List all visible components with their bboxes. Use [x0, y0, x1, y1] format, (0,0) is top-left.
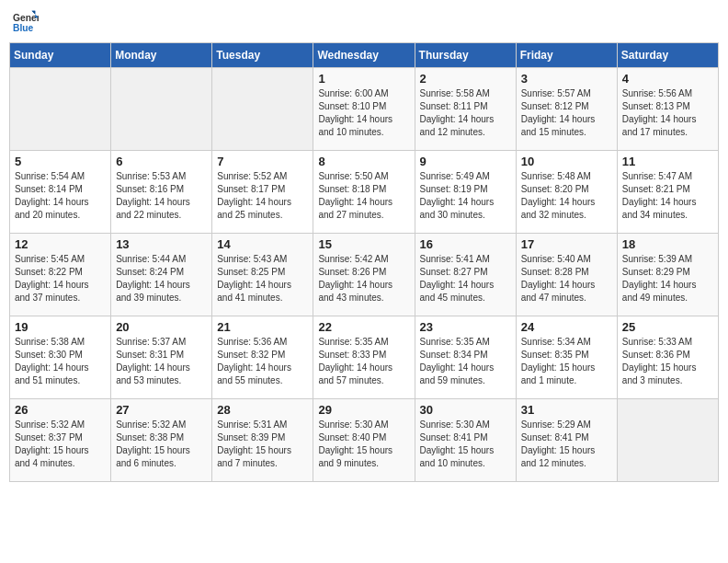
day-info: Sunrise: 6:00 AM Sunset: 8:10 PM Dayligh… [318, 87, 409, 139]
day-info: Sunrise: 5:47 AM Sunset: 8:21 PM Dayligh… [622, 170, 713, 222]
calendar-cell [10, 68, 111, 151]
calendar-cell: 4Sunrise: 5:56 AM Sunset: 8:13 PM Daylig… [617, 68, 718, 151]
day-info: Sunrise: 5:54 AM Sunset: 8:14 PM Dayligh… [15, 170, 106, 222]
day-info: Sunrise: 5:53 AM Sunset: 8:16 PM Dayligh… [116, 170, 207, 222]
weekday-header: Wednesday [313, 43, 415, 68]
day-info: Sunrise: 5:30 AM Sunset: 8:41 PM Dayligh… [420, 419, 511, 470]
calendar-cell: 15Sunrise: 5:42 AM Sunset: 8:26 PM Dayli… [313, 234, 415, 316]
weekday-header: Monday [111, 43, 212, 68]
calendar-cell: 10Sunrise: 5:48 AM Sunset: 8:20 PM Dayli… [516, 151, 617, 234]
day-info: Sunrise: 5:57 AM Sunset: 8:12 PM Dayligh… [521, 87, 612, 139]
day-number: 20 [116, 320, 207, 334]
calendar-cell: 2Sunrise: 5:58 AM Sunset: 8:11 PM Daylig… [415, 68, 516, 151]
calendar-cell: 31Sunrise: 5:29 AM Sunset: 8:41 PM Dayli… [516, 399, 617, 482]
day-info: Sunrise: 5:33 AM Sunset: 8:36 PM Dayligh… [622, 336, 713, 387]
day-info: Sunrise: 5:58 AM Sunset: 8:11 PM Dayligh… [420, 87, 511, 139]
calendar-cell: 3Sunrise: 5:57 AM Sunset: 8:12 PM Daylig… [516, 68, 617, 151]
calendar-week-row: 26Sunrise: 5:32 AM Sunset: 8:37 PM Dayli… [10, 399, 719, 482]
day-info: Sunrise: 5:39 AM Sunset: 8:29 PM Dayligh… [622, 253, 713, 304]
calendar-cell: 8Sunrise: 5:50 AM Sunset: 8:18 PM Daylig… [313, 151, 415, 234]
day-info: Sunrise: 5:35 AM Sunset: 8:33 PM Dayligh… [318, 336, 409, 387]
calendar-week-row: 19Sunrise: 5:38 AM Sunset: 8:30 PM Dayli… [10, 316, 719, 399]
day-number: 13 [116, 237, 207, 251]
day-number: 29 [318, 403, 409, 417]
day-info: Sunrise: 5:29 AM Sunset: 8:41 PM Dayligh… [521, 419, 612, 470]
day-info: Sunrise: 5:30 AM Sunset: 8:40 PM Dayligh… [318, 419, 409, 470]
logo-icon: General Blue [13, 9, 39, 35]
calendar-cell: 25Sunrise: 5:33 AM Sunset: 8:36 PM Dayli… [617, 316, 718, 399]
calendar-week-row: 1Sunrise: 6:00 AM Sunset: 8:10 PM Daylig… [10, 68, 719, 151]
day-info: Sunrise: 5:50 AM Sunset: 8:18 PM Dayligh… [318, 170, 409, 222]
day-info: Sunrise: 5:36 AM Sunset: 8:32 PM Dayligh… [217, 336, 308, 387]
calendar-week-row: 5Sunrise: 5:54 AM Sunset: 8:14 PM Daylig… [10, 151, 719, 234]
calendar-cell: 20Sunrise: 5:37 AM Sunset: 8:31 PM Dayli… [111, 316, 212, 399]
day-info: Sunrise: 5:45 AM Sunset: 8:22 PM Dayligh… [15, 253, 106, 304]
calendar-cell: 9Sunrise: 5:49 AM Sunset: 8:19 PM Daylig… [415, 151, 516, 234]
day-number: 2 [420, 72, 511, 86]
day-number: 14 [217, 237, 308, 251]
day-number: 30 [420, 403, 511, 417]
day-number: 22 [318, 320, 409, 334]
weekday-header-row: SundayMondayTuesdayWednesdayThursdayFrid… [10, 43, 719, 68]
day-number: 18 [622, 237, 713, 251]
day-number: 7 [217, 155, 308, 168]
day-info: Sunrise: 5:34 AM Sunset: 8:35 PM Dayligh… [521, 336, 612, 387]
day-number: 26 [15, 403, 106, 417]
day-info: Sunrise: 5:52 AM Sunset: 8:17 PM Dayligh… [217, 170, 308, 222]
logo: General Blue [13, 9, 39, 35]
day-info: Sunrise: 5:56 AM Sunset: 8:13 PM Dayligh… [622, 87, 713, 139]
calendar-cell: 21Sunrise: 5:36 AM Sunset: 8:32 PM Dayli… [212, 316, 313, 399]
calendar-cell: 22Sunrise: 5:35 AM Sunset: 8:33 PM Dayli… [313, 316, 415, 399]
calendar-cell: 6Sunrise: 5:53 AM Sunset: 8:16 PM Daylig… [111, 151, 212, 234]
calendar-week-row: 12Sunrise: 5:45 AM Sunset: 8:22 PM Dayli… [10, 234, 719, 316]
day-number: 9 [420, 155, 511, 168]
day-info: Sunrise: 5:44 AM Sunset: 8:24 PM Dayligh… [116, 253, 207, 304]
day-info: Sunrise: 5:49 AM Sunset: 8:19 PM Dayligh… [420, 170, 511, 222]
calendar-cell: 17Sunrise: 5:40 AM Sunset: 8:28 PM Dayli… [516, 234, 617, 316]
day-info: Sunrise: 5:48 AM Sunset: 8:20 PM Dayligh… [521, 170, 612, 222]
day-info: Sunrise: 5:32 AM Sunset: 8:38 PM Dayligh… [116, 419, 207, 470]
day-info: Sunrise: 5:32 AM Sunset: 8:37 PM Dayligh… [15, 419, 106, 470]
day-info: Sunrise: 5:35 AM Sunset: 8:34 PM Dayligh… [420, 336, 511, 387]
calendar-cell: 14Sunrise: 5:43 AM Sunset: 8:25 PM Dayli… [212, 234, 313, 316]
day-number: 4 [622, 72, 713, 86]
weekday-header: Saturday [617, 43, 718, 68]
calendar-cell: 26Sunrise: 5:32 AM Sunset: 8:37 PM Dayli… [10, 399, 111, 482]
day-number: 19 [15, 320, 106, 334]
calendar-cell: 11Sunrise: 5:47 AM Sunset: 8:21 PM Dayli… [617, 151, 718, 234]
day-info: Sunrise: 5:43 AM Sunset: 8:25 PM Dayligh… [217, 253, 308, 304]
day-number: 28 [217, 403, 308, 417]
calendar-cell: 12Sunrise: 5:45 AM Sunset: 8:22 PM Dayli… [10, 234, 111, 316]
calendar-cell [212, 68, 313, 151]
day-info: Sunrise: 5:38 AM Sunset: 8:30 PM Dayligh… [15, 336, 106, 387]
calendar-cell: 7Sunrise: 5:52 AM Sunset: 8:17 PM Daylig… [212, 151, 313, 234]
weekday-header: Thursday [415, 43, 516, 68]
calendar-cell [111, 68, 212, 151]
day-number: 10 [521, 155, 612, 168]
day-info: Sunrise: 5:40 AM Sunset: 8:28 PM Dayligh… [521, 253, 612, 304]
calendar-cell: 30Sunrise: 5:30 AM Sunset: 8:41 PM Dayli… [415, 399, 516, 482]
day-number: 3 [521, 72, 612, 86]
day-number: 25 [622, 320, 713, 334]
day-number: 8 [318, 155, 409, 168]
weekday-header: Tuesday [212, 43, 313, 68]
calendar-cell: 1Sunrise: 6:00 AM Sunset: 8:10 PM Daylig… [313, 68, 415, 151]
day-info: Sunrise: 5:42 AM Sunset: 8:26 PM Dayligh… [318, 253, 409, 304]
day-number: 17 [521, 237, 612, 251]
day-number: 16 [420, 237, 511, 251]
calendar-cell: 23Sunrise: 5:35 AM Sunset: 8:34 PM Dayli… [415, 316, 516, 399]
day-number: 21 [217, 320, 308, 334]
weekday-header: Sunday [10, 43, 111, 68]
calendar-cell: 27Sunrise: 5:32 AM Sunset: 8:38 PM Dayli… [111, 399, 212, 482]
day-number: 31 [521, 403, 612, 417]
day-number: 1 [318, 72, 409, 86]
day-number: 27 [116, 403, 207, 417]
day-info: Sunrise: 5:37 AM Sunset: 8:31 PM Dayligh… [116, 336, 207, 387]
day-number: 15 [318, 237, 409, 251]
day-info: Sunrise: 5:31 AM Sunset: 8:39 PM Dayligh… [217, 419, 308, 470]
day-number: 12 [15, 237, 106, 251]
calendar-cell [617, 399, 718, 482]
calendar-cell: 5Sunrise: 5:54 AM Sunset: 8:14 PM Daylig… [10, 151, 111, 234]
calendar-cell: 24Sunrise: 5:34 AM Sunset: 8:35 PM Dayli… [516, 316, 617, 399]
day-info: Sunrise: 5:41 AM Sunset: 8:27 PM Dayligh… [420, 253, 511, 304]
